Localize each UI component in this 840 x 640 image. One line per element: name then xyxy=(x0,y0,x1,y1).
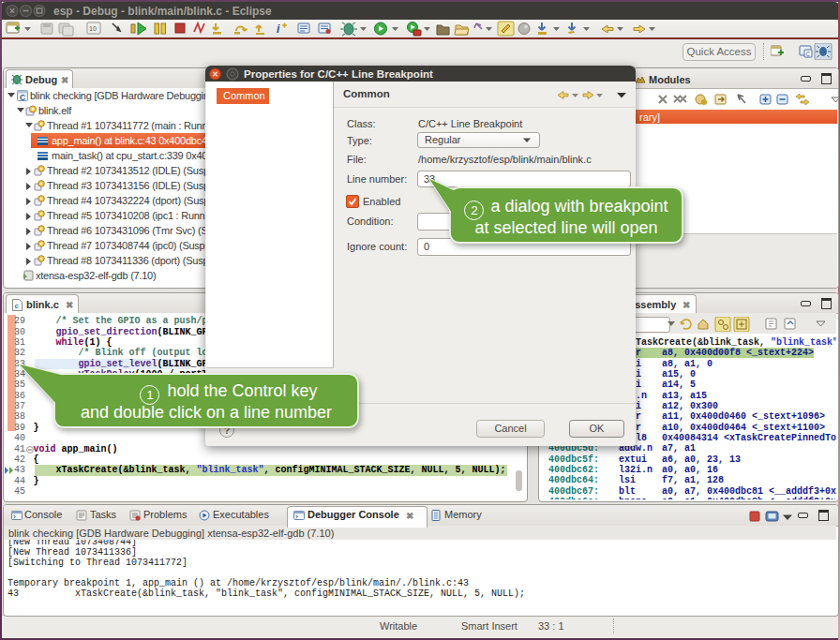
svg-text:i: i xyxy=(277,22,280,36)
svg-text:c: c xyxy=(15,302,20,310)
svg-text:C: C xyxy=(20,93,25,102)
svg-text:C: C xyxy=(806,51,811,57)
svg-text:10: 10 xyxy=(89,25,97,32)
